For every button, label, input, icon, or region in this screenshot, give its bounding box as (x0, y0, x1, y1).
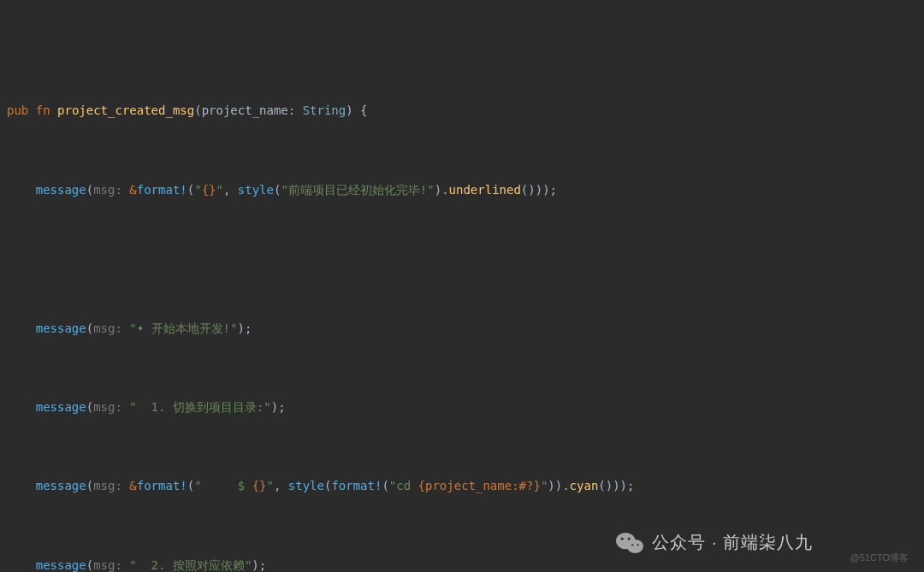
blank-line[interactable] (0, 239, 924, 259)
wechat-icon (616, 531, 643, 555)
keyword-pub: pub (7, 103, 28, 117)
code-line[interactable]: message(msg: " 2. 按照对应依赖"); (0, 556, 924, 572)
param-name: project_name (202, 103, 288, 117)
param-type: String (303, 103, 346, 117)
svg-point-5 (637, 544, 639, 545)
svg-point-1 (627, 540, 643, 553)
code-line[interactable]: message(msg: " 1. 切换到项目目录:"); (0, 398, 924, 417)
svg-point-4 (631, 544, 633, 545)
wechat-watermark: 公众号 · 前端柒八九 (616, 528, 813, 557)
svg-point-2 (621, 537, 624, 540)
site-watermark: @51CTO博客 (850, 550, 909, 565)
code-line[interactable]: message(msg: &format!("{}", style("前端项目已… (0, 180, 924, 200)
keyword-fn: fn (36, 103, 50, 117)
svg-point-3 (628, 537, 631, 540)
fn-name: project_created_msg (57, 103, 194, 117)
code-line[interactable]: message(msg: "• 开始本地开发!"); (0, 319, 924, 339)
wechat-label: 公众号 · 前端柒八九 (652, 528, 813, 557)
code-line[interactable]: message(msg: &format!(" $ {}", style(for… (0, 476, 924, 496)
code-line[interactable]: pub fn project_created_msg(project_name:… (0, 101, 924, 121)
